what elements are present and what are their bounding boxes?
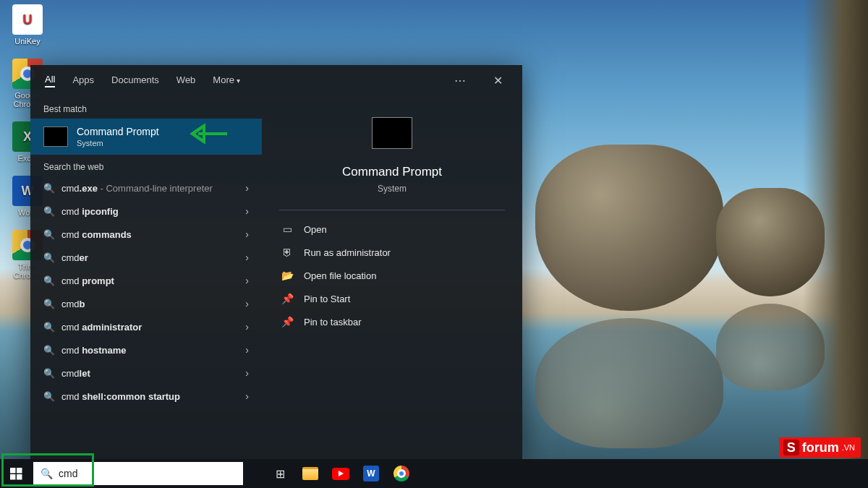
- chevron-right-icon: ›: [245, 321, 249, 333]
- web-result-label: cmdb: [61, 299, 238, 309]
- start-search-flyout: All Apps Documents Web More ⋯ ✕ Best mat…: [30, 65, 522, 459]
- search-web-heading: Search the web: [30, 155, 262, 176]
- search-icon: 🔍: [41, 468, 53, 479]
- search-icon: 🔍: [43, 345, 54, 356]
- search-detail-pane: Command Prompt System ▭ Open⛨ Run as adm…: [262, 97, 522, 459]
- tab-documents[interactable]: Documents: [111, 74, 159, 87]
- web-result-label: cmd ipconfig: [61, 206, 238, 217]
- search-filter-tabs: All Apps Documents Web More ⋯ ✕: [30, 65, 522, 97]
- tab-apps[interactable]: Apps: [72, 74, 94, 87]
- search-icon: 🔍: [43, 391, 54, 402]
- word-icon: W: [363, 466, 379, 481]
- best-match-result[interactable]: Command Prompt System: [30, 119, 262, 155]
- web-result-label: cmd administrator: [61, 322, 238, 333]
- detail-app-icon: [372, 117, 412, 149]
- action-open-location[interactable]: 📂 Open file location: [279, 264, 505, 287]
- annotation-arrow: [185, 123, 229, 145]
- action-label: Pin to taskbar: [304, 317, 362, 328]
- web-result-8[interactable]: 🔍 cmdlet ›: [30, 361, 262, 385]
- action-open[interactable]: ▭ Open: [279, 218, 505, 241]
- options-icon[interactable]: ⋯: [450, 74, 470, 87]
- web-result-9[interactable]: 🔍 cmd shell:common startup ›: [30, 385, 262, 408]
- svg-rect-1: [17, 468, 22, 474]
- chevron-right-icon: ›: [245, 367, 249, 379]
- wallpaper-rock-large-reflection: [535, 318, 723, 448]
- file-explorer-icon: [302, 467, 318, 480]
- web-result-label: cmdlet: [61, 368, 238, 379]
- web-result-label: cmd commands: [61, 229, 238, 240]
- desktop-icon-label: UniKey: [6, 37, 49, 46]
- start-button[interactable]: [0, 459, 32, 488]
- web-result-label: cmd prompt: [61, 275, 238, 286]
- action-label: Run as administrator: [304, 247, 391, 258]
- action-pin-taskbar-icon: 📌: [281, 316, 294, 328]
- web-result-label: cmder: [61, 252, 238, 263]
- detail-divider: [279, 210, 505, 210]
- search-icon: 🔍: [43, 275, 54, 286]
- tab-web[interactable]: Web: [176, 74, 196, 87]
- action-pin-start-icon: 📌: [281, 293, 294, 304]
- wallpaper-rock-large: [535, 145, 723, 311]
- action-open-location-icon: 📂: [281, 270, 294, 281]
- task-view-button[interactable]: ⊞: [265, 459, 295, 488]
- best-match-title: Command Prompt: [77, 126, 159, 137]
- web-result-5[interactable]: 🔍 cmdb ›: [30, 292, 262, 315]
- web-result-label: cmd shell:common startup: [61, 391, 238, 402]
- windows-logo-icon: [10, 468, 22, 480]
- taskbar-chrome[interactable]: [386, 459, 417, 488]
- web-result-label: cmd.exe - Command-line interpreter: [61, 183, 238, 194]
- chrome-icon: [393, 466, 409, 481]
- search-icon: 🔍: [43, 183, 54, 194]
- youtube-icon: [332, 468, 349, 480]
- action-open-icon: ▭: [281, 223, 294, 235]
- search-icon: 🔍: [43, 368, 54, 379]
- search-icon: 🔍: [43, 252, 54, 263]
- web-result-6[interactable]: 🔍 cmd administrator ›: [30, 315, 262, 338]
- search-icon: 🔍: [43, 299, 54, 309]
- tab-more[interactable]: More: [213, 74, 239, 87]
- web-result-7[interactable]: 🔍 cmd hostname ›: [30, 338, 262, 361]
- web-result-1[interactable]: 🔍 cmd ipconfig ›: [30, 200, 262, 223]
- search-icon: 🔍: [43, 229, 54, 240]
- chevron-right-icon: ›: [245, 228, 249, 240]
- action-label: Open file location: [304, 270, 376, 281]
- best-match-heading: Best match: [30, 97, 262, 119]
- wallpaper-rock-small-reflection: [716, 304, 825, 390]
- watermark-s-icon: S: [783, 440, 799, 455]
- web-result-label: cmd hostname: [61, 345, 238, 356]
- svg-rect-0: [10, 468, 16, 474]
- taskbar-word[interactable]: W: [356, 459, 386, 488]
- web-result-4[interactable]: 🔍 cmd prompt ›: [30, 269, 262, 292]
- taskbar-search-input[interactable]: [59, 468, 236, 479]
- web-result-3[interactable]: 🔍 cmder ›: [30, 246, 262, 269]
- chevron-right-icon: ›: [245, 275, 249, 286]
- best-match-subtitle: System: [77, 139, 159, 147]
- action-run-admin[interactable]: ⛨ Run as administrator: [279, 241, 505, 264]
- chevron-right-icon: ›: [245, 252, 249, 263]
- action-run-admin-icon: ⛨: [281, 247, 294, 258]
- tab-all[interactable]: All: [45, 74, 55, 87]
- taskbar-search-box[interactable]: 🔍: [33, 462, 243, 485]
- wallpaper-rock-small: [716, 188, 825, 296]
- svg-rect-3: [17, 474, 22, 480]
- close-icon[interactable]: ✕: [488, 74, 508, 87]
- action-pin-taskbar[interactable]: 📌 Pin to taskbar: [279, 310, 505, 333]
- watermark-suffix: .VN: [842, 443, 855, 452]
- detail-subtitle: System: [378, 184, 407, 194]
- chevron-right-icon: ›: [245, 390, 249, 402]
- detail-title: Command Prompt: [342, 165, 442, 179]
- search-icon: 🔍: [43, 206, 54, 217]
- web-result-2[interactable]: 🔍 cmd commands ›: [30, 223, 262, 246]
- watermark-brand: forum: [802, 440, 839, 455]
- chevron-right-icon: ›: [245, 182, 249, 194]
- chevron-right-icon: ›: [245, 205, 249, 217]
- action-label: Open: [304, 224, 327, 235]
- web-result-0[interactable]: 🔍 cmd.exe - Command-line interpreter ›: [30, 176, 262, 200]
- chevron-right-icon: ›: [245, 298, 249, 309]
- command-prompt-icon: [43, 127, 68, 147]
- action-pin-start[interactable]: 📌 Pin to Start: [279, 287, 505, 310]
- unikey-shortcut[interactable]: U UniKey: [6, 4, 49, 46]
- taskbar-file-explorer[interactable]: [295, 459, 326, 488]
- taskbar-youtube[interactable]: [326, 459, 356, 488]
- unikey-shortcut-icon: U: [12, 4, 43, 35]
